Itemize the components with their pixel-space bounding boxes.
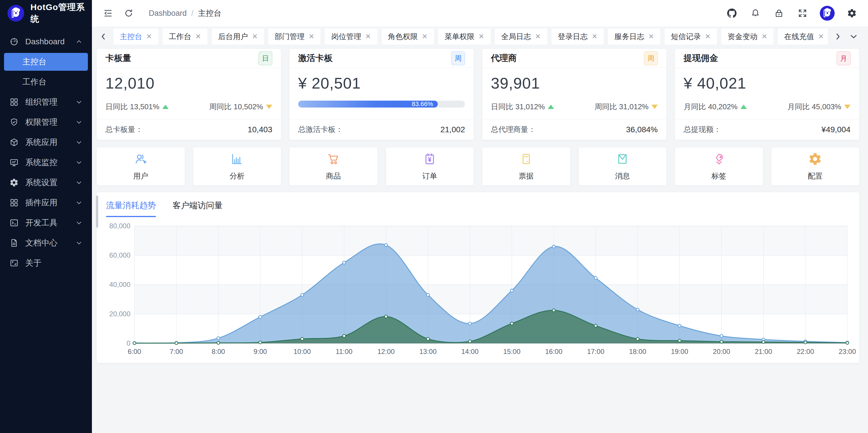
svg-text:18:00: 18:00: [629, 348, 646, 355]
tab-label: 在线充值: [784, 32, 814, 42]
sidebar-nav: Dashboard主控台工作台组织管理权限管理系统应用系统监控系统设置插件应用开…: [0, 26, 92, 272]
breadcrumb-root[interactable]: Dashboard: [149, 9, 187, 18]
tab-label: 资金变动: [727, 32, 757, 42]
tab-登录日志[interactable]: 登录日志✕: [552, 28, 604, 45]
chevron-down-icon: [75, 118, 83, 126]
tab-服务日志[interactable]: 服务日志✕: [608, 28, 660, 45]
metric-日同比: 日同比 13,501%: [105, 102, 168, 112]
stat-card-header: 卡板量日: [97, 49, 281, 68]
tab-在线充值[interactable]: 在线充值✕: [778, 28, 828, 45]
tabs-menu-chevron-down-icon[interactable]: [848, 31, 859, 42]
shortcut-订单[interactable]: 订单: [386, 147, 474, 185]
trend-down-icon: [844, 105, 850, 109]
gear-icon[interactable]: [846, 7, 858, 20]
period-badge[interactable]: 日: [258, 52, 272, 65]
tab-工作台[interactable]: 工作台✕: [162, 28, 207, 45]
trend-up-icon: [741, 105, 747, 109]
sidebar-item-Dashboard[interactable]: Dashboard: [4, 33, 88, 51]
stat-card-footer: 总代理商量：36,084%: [482, 119, 666, 140]
refresh-icon[interactable]: [122, 7, 135, 20]
sidebar-collapse-icon[interactable]: [102, 7, 114, 20]
tab-岗位管理[interactable]: 岗位管理✕: [325, 28, 377, 45]
tab-close-icon[interactable]: ✕: [818, 33, 824, 40]
sidebar-item-文档中心[interactable]: 文档中心: [4, 234, 88, 252]
metric-text: 周同比 31,012%: [595, 102, 649, 112]
tab-label: 部门管理: [275, 32, 305, 42]
tab-菜单权限[interactable]: 菜单权限✕: [438, 28, 491, 45]
chevron-down-icon: [75, 159, 83, 166]
sidebar-item-系统监控[interactable]: 系统监控: [4, 153, 88, 171]
tab-close-icon[interactable]: ✕: [478, 33, 484, 40]
shortcut-消息[interactable]: 消息: [579, 147, 666, 185]
sidebar-item-组织管理[interactable]: 组织管理: [4, 93, 88, 111]
lock-icon[interactable]: [773, 7, 785, 20]
sidebar-item-label: 组织管理: [25, 96, 75, 108]
tab-close-icon[interactable]: ✕: [195, 33, 201, 40]
grid-icon: [9, 97, 19, 107]
sidebar-subitem-主控台[interactable]: 主控台: [4, 53, 88, 71]
app-logo[interactable]: HotGo管理系统: [0, 0, 92, 26]
tab-close-icon[interactable]: ✕: [252, 33, 258, 40]
shortcut-配置[interactable]: 配置: [772, 147, 859, 185]
shortcut-分析[interactable]: 分析: [193, 147, 281, 185]
sidebar-item-label: 关于: [25, 258, 83, 268]
tab-label: 短信记录: [671, 32, 701, 42]
progressbar-fill: 83.66%: [298, 100, 438, 108]
tab-close-icon[interactable]: ✕: [146, 33, 152, 40]
sidebar-item-关于[interactable]: 关于: [4, 254, 88, 272]
shortcut-label: 用户: [133, 171, 148, 181]
stat-card-提现佣金: 提现佣金月¥ 40,021月同比 40,202%月同比 45,003%总提现额：…: [675, 49, 859, 140]
tab-后台用户[interactable]: 后台用户✕: [212, 28, 264, 45]
sidebar-item-开发工具[interactable]: 开发工具: [4, 214, 88, 232]
tab-close-icon[interactable]: ✕: [422, 33, 428, 40]
shortcut-label: 订单: [422, 171, 437, 181]
bell-icon[interactable]: [749, 7, 762, 20]
stat-card-header: 代理商周: [482, 49, 666, 68]
shortcut-用户[interactable]: 用户: [97, 147, 185, 185]
tab-close-icon[interactable]: ✕: [308, 33, 314, 40]
sidebar-subitem-工作台[interactable]: 工作台: [4, 73, 88, 91]
github-icon[interactable]: [725, 7, 738, 20]
sidebar-item-label: 系统设置: [25, 177, 75, 188]
sidebar-item-系统设置[interactable]: 系统设置: [4, 174, 88, 192]
metric-text: 日同比 31,012%: [491, 102, 545, 112]
stat-card-metrics: 月同比 40,202%月同比 45,003%: [684, 102, 850, 112]
tab-close-icon[interactable]: ✕: [365, 33, 371, 40]
shortcut-商品[interactable]: 商品: [289, 147, 377, 185]
tab-close-icon[interactable]: ✕: [648, 33, 654, 40]
main-column: Dashboard / 主控台 主控台✕工作台✕后台用户✕部门管理✕岗位管理✕角…: [92, 0, 868, 433]
period-badge[interactable]: 月: [837, 52, 850, 65]
tabs-scroll-right-icon[interactable]: [832, 31, 844, 42]
tab-close-icon[interactable]: ✕: [535, 33, 541, 40]
tab-close-icon[interactable]: ✕: [705, 33, 711, 40]
chart-tab-客户端访问量[interactable]: 客户端访问量: [173, 200, 223, 217]
tab-部门管理[interactable]: 部门管理✕: [268, 28, 320, 45]
stat-card-footer-label: 总卡板量：: [105, 124, 143, 135]
tab-资金变动[interactable]: 资金变动✕: [721, 28, 774, 45]
fullscreen-icon[interactable]: [796, 7, 809, 20]
stat-card-body: ¥ 20,50183.66%: [289, 68, 474, 119]
breadcrumb-separator: /: [191, 9, 194, 18]
sidebar-subitem-label: 工作台: [22, 77, 46, 87]
tab-close-icon[interactable]: ✕: [592, 33, 597, 40]
sidebar-item-系统应用[interactable]: 系统应用: [4, 134, 88, 151]
tab-角色权限[interactable]: 角色权限✕: [382, 28, 434, 45]
topbar-left: Dashboard / 主控台: [102, 7, 221, 20]
avatar[interactable]: [820, 6, 835, 21]
tab-close-icon[interactable]: ✕: [762, 33, 767, 40]
shortcut-票据[interactable]: 票据: [482, 147, 570, 185]
tab-全局日志[interactable]: 全局日志✕: [495, 28, 547, 45]
metric-月同比: 月同比 45,003%: [787, 102, 850, 112]
tabs-scroll-left-icon[interactable]: [98, 31, 109, 42]
content-scrollbar[interactable]: [96, 196, 98, 228]
period-badge[interactable]: 周: [644, 52, 658, 65]
sidebar-item-权限管理[interactable]: 权限管理: [4, 113, 88, 131]
receipt-icon: [423, 152, 437, 167]
period-badge[interactable]: 周: [451, 52, 465, 65]
shortcut-标签[interactable]: 标签: [675, 147, 763, 185]
tab-短信记录[interactable]: 短信记录✕: [664, 28, 717, 45]
stat-card-激活卡板: 激活卡板周¥ 20,50183.66%总激活卡板：21,002: [289, 49, 474, 140]
tab-主控台[interactable]: 主控台✕: [114, 28, 158, 45]
chart-tab-流量消耗趋势[interactable]: 流量消耗趋势: [106, 200, 156, 217]
sidebar-item-插件应用[interactable]: 插件应用: [4, 194, 88, 212]
